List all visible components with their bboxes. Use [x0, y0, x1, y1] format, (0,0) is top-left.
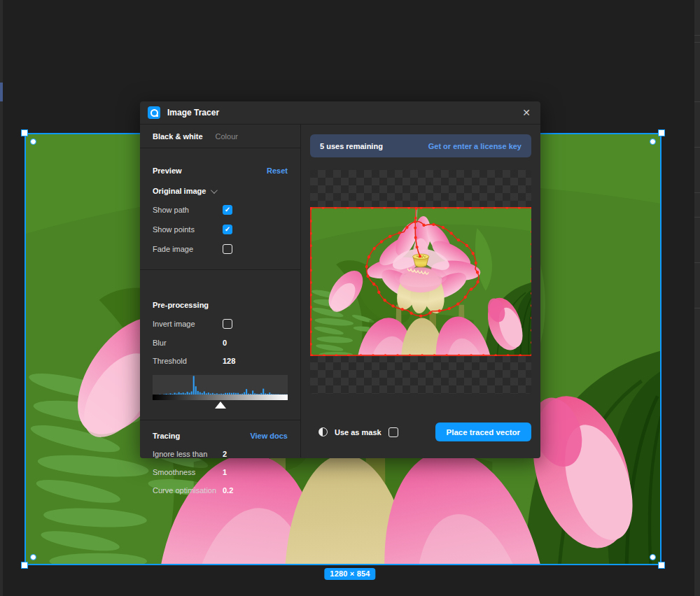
- preview-section: Preview Reset Original image Show path S…: [140, 148, 300, 269]
- tab-black-and-white[interactable]: Black & white: [153, 132, 203, 141]
- curve-optimisation-label: Curve optimisation: [153, 486, 223, 495]
- place-traced-vector-button[interactable]: Place traced vector: [435, 423, 531, 441]
- dialog-title: Image Tracer: [167, 108, 219, 118]
- selection-dimensions-badge: 1280 × 854: [324, 568, 375, 580]
- show-points-row: Show points: [153, 225, 288, 234]
- corner-radius-handle-top-right[interactable]: [650, 139, 656, 145]
- selection-handle-top-right[interactable]: [658, 129, 665, 136]
- tracing-section: Tracing View docs Ignore less than 2 Smo…: [140, 420, 300, 495]
- smoothness-value[interactable]: 1: [223, 468, 227, 476]
- threshold-value[interactable]: 128: [223, 357, 235, 365]
- ignore-less-than-value[interactable]: 2: [223, 450, 227, 458]
- preview-source-select[interactable]: Original image: [153, 187, 288, 195]
- image-tracer-plugin-icon: [148, 106, 160, 119]
- threshold-gradient-strip[interactable]: [153, 395, 288, 400]
- reset-link[interactable]: Reset: [267, 166, 288, 175]
- curve-optimisation-row: Curve optimisation 0.2: [153, 486, 288, 495]
- tracing-heading: Tracing: [153, 432, 180, 440]
- smoothness-label: Smoothness: [153, 468, 223, 476]
- smoothness-row: Smoothness 1: [153, 468, 288, 476]
- show-path-checkbox[interactable]: [223, 205, 232, 215]
- chevron-down-icon: [211, 187, 218, 194]
- ignore-less-than-label: Ignore less than: [153, 450, 223, 458]
- blur-label: Blur: [153, 339, 223, 347]
- corner-radius-handle-bottom-left[interactable]: [30, 554, 36, 560]
- uses-remaining-text: 5 uses remaining: [320, 142, 383, 150]
- layers-panel-selected-item[interactable]: [0, 83, 3, 101]
- histogram-chart: [153, 375, 288, 395]
- license-key-link[interactable]: Get or enter a license key: [428, 142, 522, 150]
- ignore-less-than-row: Ignore less than 2: [153, 450, 288, 458]
- preview-column: 5 uses remaining Get or enter a license …: [301, 125, 540, 457]
- threshold-histogram[interactable]: [153, 375, 288, 400]
- settings-column: Black & white Colour Preview Reset Origi…: [140, 125, 301, 457]
- selection-handle-top-left[interactable]: [21, 129, 28, 136]
- license-banner: 5 uses remaining Get or enter a license …: [310, 134, 531, 157]
- show-path-label: Show path: [153, 206, 223, 214]
- curve-optimisation-value[interactable]: 0.2: [223, 486, 233, 495]
- blur-row: Blur 0: [153, 339, 288, 347]
- dialog-footer: Use as mask Place traced vector: [310, 423, 531, 441]
- use-as-mask-checkbox[interactable]: [388, 427, 398, 437]
- corner-radius-handle-bottom-right[interactable]: [650, 554, 656, 560]
- use-as-mask-label: Use as mask: [335, 428, 382, 437]
- dialog-header[interactable]: Image Tracer ✕: [140, 101, 540, 125]
- view-docs-link[interactable]: View docs: [250, 432, 288, 440]
- threshold-label: Threshold: [153, 357, 223, 365]
- tab-colour[interactable]: Colour: [216, 132, 238, 141]
- fade-image-label: Fade image: [153, 245, 223, 253]
- mode-tabs: Black & white Colour: [140, 125, 300, 148]
- figma-canvas[interactable]: 1280 × 854 Image Tracer ✕ Black & white …: [0, 0, 700, 596]
- mask-icon: [318, 427, 328, 437]
- use-as-mask-group: Use as mask: [310, 427, 398, 437]
- invert-image-label: Invert image: [153, 320, 223, 328]
- show-points-checkbox[interactable]: [223, 225, 232, 234]
- selection-handle-bottom-right[interactable]: [658, 562, 665, 569]
- preprocessing-heading: Pre-processing: [153, 301, 209, 309]
- invert-image-row: Invert image: [153, 319, 288, 329]
- fade-image-checkbox[interactable]: [223, 244, 232, 254]
- show-points-label: Show points: [153, 225, 223, 234]
- left-panel-edge: [0, 0, 3, 596]
- image-tracer-dialog: Image Tracer ✕ Black & white Colour Prev…: [140, 101, 540, 458]
- preview-heading: Preview: [153, 166, 182, 175]
- fade-image-row: Fade image: [153, 244, 288, 254]
- show-path-row: Show path: [153, 205, 288, 215]
- blur-value[interactable]: 0: [223, 339, 227, 347]
- threshold-slider-handle[interactable]: [215, 402, 226, 409]
- preprocessing-section: Pre-processing Invert image Blur 0 Thres…: [140, 269, 300, 420]
- corner-radius-handle-top-left[interactable]: [30, 139, 36, 145]
- trace-preview: [310, 170, 531, 394]
- trace-preview-image: [310, 207, 531, 356]
- threshold-row: Threshold 128: [153, 357, 288, 365]
- right-panel-edge: [694, 0, 700, 596]
- close-icon[interactable]: ✕: [522, 108, 531, 118]
- invert-image-checkbox[interactable]: [223, 319, 232, 329]
- selection-handle-bottom-left[interactable]: [21, 562, 28, 569]
- preview-source-value: Original image: [153, 187, 206, 195]
